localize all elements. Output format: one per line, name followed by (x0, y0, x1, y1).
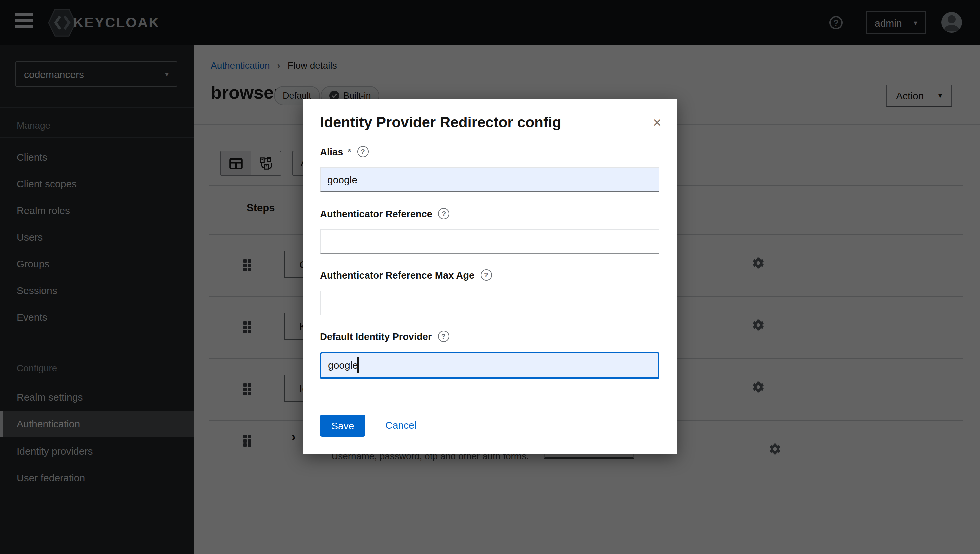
help-question-icon[interactable]: ? (357, 146, 368, 157)
alias-label-text: Alias (320, 146, 343, 157)
help-question-icon[interactable]: ? (438, 331, 449, 342)
help-question-icon[interactable]: ? (438, 208, 450, 219)
default-identity-provider-input[interactable] (320, 352, 659, 379)
default-identity-provider-field-label: Default Identity Provider ? (320, 331, 449, 342)
screen: Authentication › Flow details browser De… (0, 0, 980, 554)
modal-title: Identity Provider Redirector config (320, 114, 562, 131)
close-icon[interactable]: ✕ (653, 117, 662, 129)
required-asterisk: * (348, 146, 351, 157)
default-identity-provider-label-text: Default Identity Provider (320, 331, 432, 342)
authenticator-reference-max-age-label-text: Authenticator Reference Max Age (320, 270, 474, 280)
authenticator-reference-max-age-input[interactable] (320, 291, 659, 315)
authenticator-reference-label-text: Authenticator Reference (320, 209, 432, 219)
authenticator-reference-field-label: Authenticator Reference ? (320, 208, 450, 219)
help-question-icon[interactable]: ? (480, 269, 492, 281)
alias-field-label: Alias * ? (320, 146, 368, 157)
authenticator-reference-max-age-field-label: Authenticator Reference Max Age ? (320, 269, 492, 281)
text-cursor (357, 357, 358, 373)
identity-provider-redirector-config-modal: Identity Provider Redirector config ✕ Al… (303, 99, 677, 454)
save-button[interactable]: Save (320, 415, 365, 437)
authenticator-reference-input[interactable] (320, 229, 659, 254)
cancel-button[interactable]: Cancel (385, 419, 416, 431)
alias-input[interactable] (320, 167, 659, 192)
